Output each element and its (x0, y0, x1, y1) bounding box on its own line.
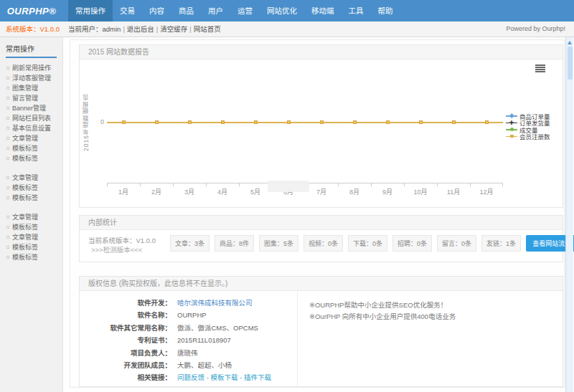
sidebar-item-label: Banner管理 (12, 105, 46, 112)
sidebar-item[interactable]: 文章管理 (0, 173, 62, 183)
note-line: ※OURPHP帮助中小企业提供SEO优化服务！ (309, 300, 563, 311)
x-axis-cell: 4月 (206, 183, 239, 196)
sidebar-item-label: 模板标签 (12, 254, 38, 261)
sidebar-item[interactable]: 留言管理 (0, 93, 62, 103)
nav-item[interactable]: 内容 (142, 0, 171, 21)
sidebar-item-label: 网站栏目列表 (12, 115, 51, 122)
tooltip-artifact (268, 181, 309, 192)
x-axis-tick-label: 4月 (217, 188, 227, 196)
sidebar-item-label: 图集管理 (12, 85, 38, 92)
sidebar-item[interactable]: Banner管理 (0, 103, 62, 113)
current-user-label: 当前用户：admin (68, 21, 121, 37)
sidebar-item[interactable]: 文章管理 (0, 232, 62, 242)
chart-area: 2015年度数据报告 0 1月2月3月4月5月6月7月8月9月10月11月12月… (80, 59, 563, 207)
nav-item[interactable]: 帮助 (371, 0, 400, 21)
sidebar-item[interactable]: 浮动客服管理 (0, 73, 62, 83)
y-axis-tick-zero: 0 (90, 118, 104, 125)
nav-item[interactable]: 商品 (171, 0, 201, 21)
sidebar-item-label: 文章管理 (12, 135, 38, 142)
sidebar-item[interactable]: 文章管理 (0, 212, 62, 222)
nav-item[interactable]: 移动端 (304, 0, 342, 21)
data-point-marker (353, 120, 357, 124)
bullet-icon (6, 67, 9, 70)
nav-item[interactable]: 常用操作 (68, 0, 113, 21)
bullet-icon (6, 226, 9, 229)
stats-panel-title: 内部统计 (80, 216, 563, 230)
x-axis-cell: 1月 (107, 183, 140, 196)
infobar-link[interactable]: 网站首页 (194, 21, 221, 37)
system-version-label: 系统版本：V1.0.0 (6, 21, 60, 37)
sidebar-item[interactable]: 模板标签 (0, 193, 62, 203)
sidebar-item-label: 浮动客服管理 (12, 75, 51, 82)
bullet-icon (6, 246, 9, 249)
sidebar-item[interactable]: 模板标签 (0, 222, 62, 232)
line-markers (107, 119, 503, 125)
x-axis-tick-label: 10月 (413, 188, 427, 196)
bullet-icon (6, 256, 9, 259)
field-row: 专利证书：2015R11L018907 (80, 334, 297, 346)
sidebar-item[interactable]: 模板标签 (0, 252, 62, 262)
sidebar-item[interactable]: 刷新常用操作 (0, 63, 62, 73)
bullet-icon (6, 236, 9, 239)
sidebar-item[interactable]: 文章管理 (0, 133, 62, 143)
stats-body: 当前系统版本：V1.0.0 >>>检测版本<<< 文章：3条商品：8件图集：5条… (80, 230, 563, 262)
sidebar-item-label: 基本信息设置 (12, 125, 51, 132)
separator: | (189, 21, 191, 37)
sidebar-item[interactable]: 模板标签 (0, 143, 62, 153)
stat-badge: 商品：8件 (215, 235, 254, 252)
field-label: 软件开发： (80, 297, 171, 309)
copyright-panel-title: 版权信息 (购买授权版，此信息将不在显示。) (80, 277, 563, 291)
sidebar-item[interactable]: 模板标签 (0, 242, 62, 252)
legend-item[interactable]: 会员注册数 (506, 133, 550, 140)
chart-menu-icon[interactable] (535, 64, 545, 72)
x-axis-tick-label: 11月 (447, 188, 460, 196)
sidebar-item-label: 模板标签 (12, 194, 38, 201)
data-point-marker (254, 120, 258, 124)
sidebar-item[interactable]: 基本信息设置 (0, 123, 62, 133)
stat-badge: 图集：5条 (259, 235, 298, 252)
current-version-block: 当前系统版本：V1.0.0 >>>检测版本<<< (88, 236, 156, 254)
sidebar-item[interactable]: 模板标签 (0, 153, 62, 163)
x-axis-cell: 3月 (173, 183, 206, 196)
check-version-link[interactable]: >>>检测版本<<< (88, 245, 156, 254)
infobar-link[interactable]: 清空缓存 (160, 21, 187, 37)
field-row: 相关链接：问题反馈 - 模板下载 - 插件下载 (80, 371, 297, 383)
data-point-marker (287, 120, 291, 124)
cross-marker-icon (506, 120, 517, 126)
field-label: 开发团队成员： (80, 359, 171, 371)
nav-item[interactable]: 运营 (230, 0, 260, 21)
x-axis-tick-label: 1月 (118, 188, 128, 196)
sidebar-item[interactable]: 模板标签 (0, 183, 62, 193)
field-row: 开发团队成员：大鹏、超超、小杨 (80, 359, 297, 371)
field-label: 专利证书： (80, 334, 171, 346)
x-axis-cell: 11月 (437, 183, 470, 196)
sidebar-item-label: 刷新常用操作 (12, 64, 51, 72)
x-axis-cell: 12月 (470, 183, 503, 196)
nav-item[interactable]: 用户 (201, 0, 230, 21)
scrollbar-thumb[interactable] (568, 47, 573, 80)
nav-item[interactable]: 工具 (342, 0, 371, 21)
data-point-marker (320, 120, 324, 124)
sidebar-item[interactable]: 图集管理 (0, 83, 62, 93)
note-line: ※OurPHP 向所有中小企业用户提供400电话业务 (309, 311, 563, 322)
data-point-marker (188, 120, 192, 124)
copyright-panel: 版权信息 (购买授权版，此信息将不在显示。) 软件开发：哈尔滨伟成科技有限公司软… (79, 276, 563, 387)
diamond-marker-icon (506, 113, 517, 119)
vertical-scrollbar[interactable] (565, 37, 573, 392)
infobar-link[interactable]: 退出后台 (127, 21, 154, 37)
field-row: 软件其它常用名称：傲派、傲派CMS、OPCMS (80, 322, 297, 334)
scroll-up-arrow-icon[interactable] (568, 39, 572, 44)
data-point-marker (452, 120, 456, 124)
field-value[interactable]: 问题反馈 - 模板下载 - 插件下载 (177, 371, 271, 383)
copyright-fields: 软件开发：哈尔滨伟成科技有限公司软件名称：OURPHP软件其它常用名称：傲派、傲… (80, 291, 298, 386)
data-point-marker (386, 120, 390, 124)
sidebar-item[interactable]: 网站栏目列表 (0, 113, 62, 123)
sidebar-group: 刷新常用操作浮动客服管理图集管理留言管理Banner管理网站栏目列表基本信息设置… (0, 63, 62, 163)
bullet-icon (6, 147, 9, 150)
nav-item[interactable]: 交易 (113, 0, 142, 21)
sidebar-group: 文章管理模板标签文章管理模板标签模板标签 (0, 212, 62, 262)
x-axis-tick-label: 9月 (382, 188, 392, 196)
user-links: 当前用户：admin|退出后台|清空缓存|网站首页 (68, 21, 221, 37)
field-value[interactable]: 哈尔滨伟成科技有限公司 (177, 297, 253, 309)
nav-item[interactable]: 网站优化 (260, 0, 304, 21)
